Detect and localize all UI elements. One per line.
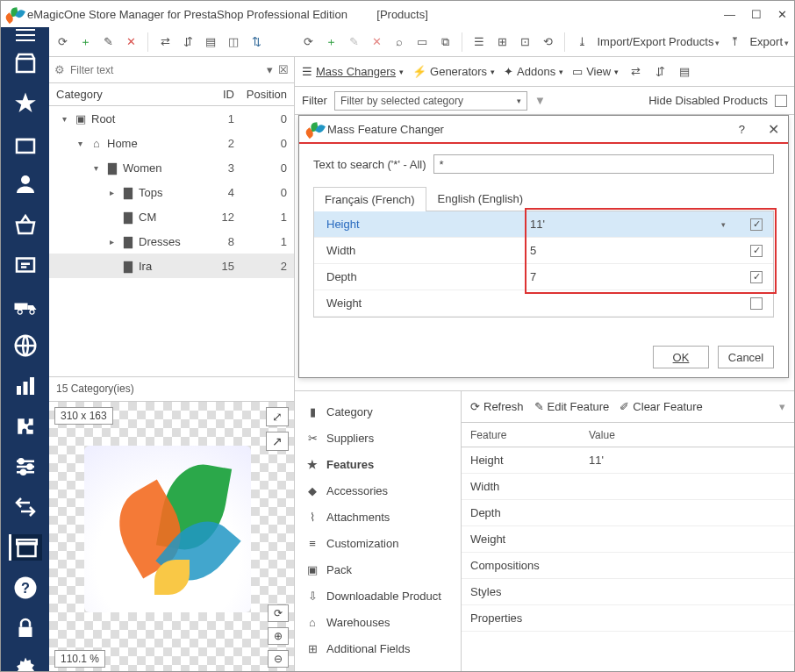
search-input[interactable] <box>433 154 774 174</box>
feature-checkbox[interactable]: ✓ <box>750 218 763 231</box>
nav-basket-icon[interactable] <box>9 211 42 238</box>
clone-icon[interactable]: ▭ <box>414 34 430 50</box>
view-button[interactable]: ▭View▾ <box>572 65 619 78</box>
nav-puzzle-icon[interactable] <box>9 413 42 440</box>
refresh-button[interactable]: ⟳Refresh <box>470 400 524 413</box>
feature-list-row[interactable]: Height11' <box>462 447 794 474</box>
rt1-icon[interactable]: ⇄ <box>627 64 643 80</box>
tree-row[interactable]: ▸▇Dresses81 <box>49 229 294 254</box>
hide-disabled-checkbox[interactable] <box>775 95 787 107</box>
edit-feature-button[interactable]: ✎Edit Feature <box>534 400 610 413</box>
nav-star-icon[interactable] <box>9 90 42 117</box>
tool4-icon[interactable]: ◫ <box>226 34 241 50</box>
refresh2-icon[interactable]: ⟳ <box>300 34 316 50</box>
clear-feature-button[interactable]: ✐Clear Feature <box>620 400 702 413</box>
t9-icon[interactable]: ⟲ <box>540 34 555 50</box>
tab-english[interactable]: English (English) <box>426 186 535 211</box>
tool3-icon[interactable]: ▤ <box>203 34 218 50</box>
addons-button[interactable]: ✦Addons▾ <box>504 65 563 78</box>
feature-list-row[interactable]: Depth <box>462 500 794 526</box>
feature-list-row[interactable]: Width <box>462 474 794 500</box>
t8-icon[interactable]: ⊡ <box>517 34 533 50</box>
tree-row[interactable]: ▾▣Root10 <box>49 106 294 131</box>
filter-clear-icon[interactable]: ☒ <box>278 63 289 76</box>
feature-list-row[interactable]: Styles <box>462 579 794 605</box>
import-export-button[interactable]: Import/Export Products <box>597 35 720 48</box>
feature-checkbox[interactable]: ✓ <box>750 245 763 257</box>
nav-user-icon[interactable] <box>9 171 42 197</box>
nav-help-icon[interactable]: ? <box>9 575 42 601</box>
add2-icon[interactable]: ＋ <box>323 34 339 50</box>
rt3-icon[interactable]: ▤ <box>677 64 692 80</box>
search-icon[interactable]: ⌕ <box>391 34 407 50</box>
zoomout-icon[interactable]: ⊖ <box>268 650 289 668</box>
tree-row[interactable]: ▾⌂Home20 <box>49 131 294 155</box>
section-item[interactable]: ⌇Attachments <box>295 504 461 530</box>
nav-box-icon[interactable] <box>9 131 42 157</box>
feature-row[interactable]: Weight <box>314 290 773 317</box>
t6-icon[interactable]: ☰ <box>471 34 487 50</box>
tree-row[interactable]: ▇CM121 <box>49 204 294 229</box>
add-icon[interactable]: ＋ <box>77 34 93 50</box>
section-item[interactable]: ▣Pack <box>295 556 461 583</box>
feature-row[interactable]: Depth7✓ <box>314 264 773 290</box>
nav-globe-icon[interactable] <box>9 332 42 359</box>
export-button[interactable]: Export <box>749 35 789 48</box>
delete-icon[interactable]: ✕ <box>123 34 139 50</box>
section-item[interactable]: ▮Category <box>295 398 461 425</box>
filter-select[interactable]: Filter by selected category <box>334 91 527 111</box>
cancel-button[interactable]: Cancel <box>718 346 774 368</box>
generators-button[interactable]: ⚡Generators▾ <box>412 65 495 78</box>
nav-truck-icon[interactable] <box>9 292 42 318</box>
section-item[interactable]: ✂Suppliers <box>295 425 461 451</box>
feature-list-row[interactable]: Compositions <box>462 553 794 579</box>
refresh-icon[interactable]: ⟳ <box>54 34 70 50</box>
nav-gear-icon[interactable] <box>9 655 42 672</box>
minimize-button[interactable]: — <box>724 8 735 21</box>
section-item[interactable]: ⇩Downloadable Product <box>295 583 461 609</box>
t7-icon[interactable]: ⊞ <box>494 34 510 50</box>
section-item[interactable]: ⊞Additional Fields <box>295 635 461 661</box>
nav-lock-icon[interactable] <box>9 615 42 641</box>
copy-icon[interactable]: ⧉ <box>437 34 453 50</box>
filter-input[interactable] <box>70 64 261 76</box>
filter-funnel-icon[interactable]: ▾ <box>267 63 273 76</box>
reload-icon[interactable]: ⟳ <box>268 604 289 622</box>
section-item[interactable]: ◆Accessories <box>295 477 461 504</box>
nav-sliders-icon[interactable] <box>9 454 42 480</box>
feature-row[interactable]: Height11'✓ <box>314 211 773 238</box>
nav-chart-icon[interactable] <box>9 373 42 399</box>
nav-archive-icon[interactable] <box>9 534 42 561</box>
maximize-button[interactable]: ☐ <box>751 8 762 21</box>
feature-list-row[interactable]: Weight <box>462 526 794 553</box>
open-icon[interactable]: ↗ <box>266 432 289 451</box>
more-icon[interactable]: ▾ <box>779 400 785 413</box>
funnel-icon[interactable]: ▼ <box>534 94 546 107</box>
nav-sync-icon[interactable] <box>9 494 42 520</box>
delete2-icon[interactable]: ✕ <box>369 34 384 50</box>
nav-message-icon[interactable] <box>9 252 42 278</box>
feature-list-row[interactable]: Properties <box>462 605 794 632</box>
tree-row[interactable]: ▾▇Women30 <box>49 155 294 180</box>
import-icon[interactable]: ⤓ <box>574 34 590 50</box>
tool2-icon[interactable]: ⇵ <box>180 34 196 50</box>
tree-row[interactable]: ▇Ira152 <box>49 254 294 278</box>
tool5-icon[interactable]: ⇅ <box>248 34 264 50</box>
feature-checkbox[interactable]: ✓ <box>750 271 763 283</box>
section-item[interactable]: ⌂Warehouses <box>295 609 461 635</box>
menu-icon[interactable] <box>9 34 42 36</box>
feature-checkbox[interactable] <box>750 297 763 310</box>
zoomin-icon[interactable]: ⊕ <box>268 627 289 645</box>
feature-row[interactable]: Width5✓ <box>314 238 773 264</box>
rt2-icon[interactable]: ⇵ <box>652 64 668 80</box>
mass-changers-button[interactable]: ☰Mass Changers▾ <box>302 65 404 78</box>
export-icon[interactable]: ⤒ <box>727 34 742 50</box>
section-item[interactable]: ★Features <box>295 451 461 477</box>
expand-icon[interactable]: ⤢ <box>266 407 289 426</box>
tool1-icon[interactable]: ⇄ <box>157 34 173 50</box>
nav-store-icon[interactable] <box>9 50 42 76</box>
category-tree[interactable]: ▾▣Root10▾⌂Home20▾▇Women30▸▇Tops40▇CM121▸… <box>49 106 294 376</box>
dialog-close-icon[interactable]: ✕ <box>768 121 779 138</box>
tab-french[interactable]: Français (French) <box>313 187 426 211</box>
close-button[interactable]: ✕ <box>777 8 787 21</box>
